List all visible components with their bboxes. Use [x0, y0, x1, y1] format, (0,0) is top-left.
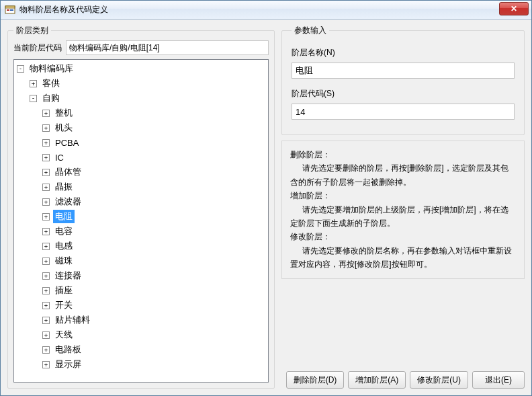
expand-icon[interactable]: +: [42, 243, 50, 250]
tree-node-label: IC: [53, 152, 66, 163]
expand-icon[interactable]: +: [42, 317, 50, 324]
expand-icon[interactable]: +: [42, 213, 50, 221]
tree-node[interactable]: +电路板: [42, 342, 268, 357]
tree-node[interactable]: +IC: [42, 150, 268, 165]
window-title: 物料阶层名称及代码定义: [19, 4, 108, 15]
code-field[interactable]: [292, 104, 515, 120]
tree-node[interactable]: -物料编码库: [17, 61, 268, 76]
tree-node[interactable]: +磁珠: [42, 253, 268, 268]
tree-node[interactable]: -自购: [30, 91, 268, 106]
close-icon: ✕: [511, 5, 517, 13]
title-bar: 物料阶层名称及代码定义 ✕: [1, 1, 531, 19]
tree-node[interactable]: +PCBA: [42, 135, 268, 150]
tree-node-label: 开关: [53, 299, 75, 312]
code-field-label: 阶层代码(S): [292, 88, 515, 100]
expand-icon[interactable]: +: [30, 80, 37, 87]
tree-node-label: 电阻: [53, 210, 75, 223]
tree-node-label: 连接器: [53, 269, 83, 282]
delete-button[interactable]: 删除阶层(D): [286, 371, 345, 389]
expand-icon[interactable]: +: [42, 154, 50, 161]
tree-node-label: 自购: [40, 91, 62, 105]
modify-button[interactable]: 修改阶层(U): [410, 371, 468, 389]
tree-node-label: 电路板: [53, 343, 83, 356]
tree-node-label: PCBA: [53, 137, 81, 149]
params-group-legend: 参数输入: [292, 25, 329, 36]
expand-icon[interactable]: +: [42, 258, 50, 265]
help-modify-text: 请先选定要修改的阶层名称，再在参数输入对话框中重新设置对应内容，再按[修改阶层]…: [290, 244, 516, 272]
tree-node[interactable]: +开关: [42, 298, 268, 313]
tree-node[interactable]: +客供: [30, 76, 268, 91]
tree-node-label: 晶体管: [53, 165, 83, 179]
tree-node-label: 电容: [53, 225, 75, 238]
tree-node[interactable]: +晶振: [42, 180, 268, 194]
hierarchy-group: 阶层类别 当前阶层代码 -物料编码库+客供-自购+整机+机头+PCBA+IC+晶…: [7, 25, 275, 389]
tree-node-label: 物料编码库: [28, 62, 75, 75]
tree-node-label: 贴片辅料: [53, 313, 92, 327]
tree-node[interactable]: +滤波器: [42, 194, 268, 209]
button-row: 删除阶层(D) 增加阶层(A) 修改阶层(U) 退出(E): [281, 367, 525, 389]
tree-node[interactable]: +插座: [42, 283, 268, 298]
expand-icon[interactable]: +: [42, 198, 50, 206]
tree-node-label: 客供: [40, 77, 62, 90]
expand-icon[interactable]: +: [42, 228, 50, 235]
tree-node[interactable]: +显示屏: [42, 357, 268, 372]
params-group: 参数输入 阶层名称(N) 阶层代码(S): [281, 25, 525, 135]
tree-node[interactable]: +整机: [42, 106, 268, 120]
help-delete-heading: 删除阶层：: [290, 148, 516, 161]
svg-rect-3: [10, 9, 13, 11]
expand-icon[interactable]: +: [42, 302, 50, 309]
tree-node-label: 显示屏: [53, 358, 83, 371]
help-add-text: 请先选定要增加阶层的上级阶层，再按[增加阶层]，将在选定阶层下面生成新的子阶层。: [290, 203, 516, 231]
svg-rect-1: [5, 6, 15, 8]
tree-node[interactable]: +电阻: [42, 209, 268, 224]
expand-icon[interactable]: +: [42, 124, 50, 132]
tree-node-label: 机头: [53, 121, 75, 134]
tree-node-label: 插座: [53, 284, 75, 297]
tree-node-label: 磁珠: [53, 254, 75, 268]
current-path-label: 当前阶层代码: [13, 42, 62, 54]
app-icon: [5, 5, 15, 15]
tree-node-label: 晶振: [53, 180, 75, 194]
expand-icon[interactable]: +: [42, 110, 50, 117]
tree-node[interactable]: +机头: [42, 120, 268, 135]
hierarchy-tree[interactable]: -物料编码库+客供-自购+整机+机头+PCBA+IC+晶体管+晶振+滤波器+电阻…: [13, 59, 269, 383]
window-close-button[interactable]: ✕: [499, 2, 529, 15]
tree-node-label: 滤波器: [53, 195, 83, 208]
hierarchy-group-legend: 阶层类别: [13, 25, 51, 36]
tree-node-label: 整机: [53, 106, 75, 120]
help-add-heading: 增加阶层：: [290, 189, 516, 202]
tree-node-label: 电感: [53, 239, 75, 253]
svg-rect-2: [7, 9, 9, 11]
tree-node[interactable]: +天线: [42, 327, 268, 342]
help-delete-text: 请先选定要删除的阶层，再按[删除阶层]，选定阶层及其包含的所有子阶层将一起被删除…: [290, 161, 516, 189]
current-path-input[interactable]: [66, 40, 269, 55]
expand-icon[interactable]: +: [42, 346, 50, 354]
collapse-icon[interactable]: -: [17, 65, 24, 73]
expand-icon[interactable]: +: [42, 361, 50, 368]
help-text: 删除阶层： 请先选定要删除的阶层，再按[删除阶层]，选定阶层及其包含的所有子阶层…: [281, 141, 525, 279]
tree-node[interactable]: +晶体管: [42, 165, 268, 180]
tree-node[interactable]: +电感: [42, 239, 268, 253]
tree-node-label: 天线: [53, 328, 75, 342]
tree-node[interactable]: +连接器: [42, 268, 268, 283]
expand-icon[interactable]: +: [42, 169, 50, 176]
expand-icon[interactable]: +: [42, 184, 50, 191]
expand-icon[interactable]: +: [42, 272, 50, 280]
tree-node[interactable]: +贴片辅料: [42, 313, 268, 327]
help-modify-heading: 修改阶层：: [290, 230, 516, 243]
collapse-icon[interactable]: -: [30, 95, 37, 102]
name-field-label: 阶层名称(N): [292, 47, 515, 58]
expand-icon[interactable]: +: [42, 287, 50, 294]
expand-icon[interactable]: +: [42, 139, 50, 147]
tree-node[interactable]: +电容: [42, 224, 268, 239]
add-button[interactable]: 增加阶层(A): [348, 371, 406, 389]
exit-button[interactable]: 退出(E): [472, 371, 525, 389]
expand-icon[interactable]: +: [42, 331, 50, 339]
name-field[interactable]: [292, 63, 515, 79]
